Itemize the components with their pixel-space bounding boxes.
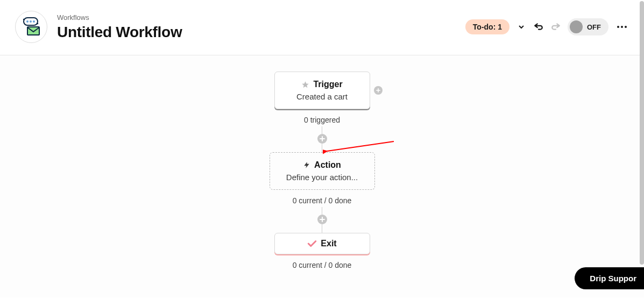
workflow-flow: Trigger Created a cart 0 triggered Actio…: [270, 72, 375, 272]
svg-point-4: [23, 19, 24, 20]
title-block: Workflows Untitled Workflow: [57, 13, 182, 41]
toggle-knob: [570, 20, 583, 33]
svg-point-2: [30, 20, 32, 23]
header: Workflows Untitled Workflow To-do: 1 OFF: [0, 0, 644, 55]
trigger-desc: Created a cart: [281, 92, 363, 101]
add-step-button-1[interactable]: [317, 134, 327, 144]
exit-node[interactable]: Exit: [274, 233, 370, 254]
action-heading-text: Action: [314, 160, 341, 170]
connector-line: [322, 144, 322, 152]
chevron-down-icon[interactable]: [516, 22, 527, 32]
svg-point-3: [33, 20, 35, 23]
add-trigger-button[interactable]: [374, 86, 383, 95]
todo-badge[interactable]: To-do: 1: [465, 19, 509, 34]
trigger-stat: 0 triggered: [304, 116, 340, 124]
star-icon: [301, 81, 309, 89]
action-stat: 0 current / 0 done: [293, 196, 352, 205]
action-desc: Define your action...: [277, 173, 368, 182]
breadcrumb[interactable]: Workflows: [57, 13, 182, 22]
check-icon: [307, 240, 317, 247]
support-button[interactable]: Drip Suppor: [575, 267, 644, 289]
svg-point-1: [26, 20, 29, 23]
more-menu-icon[interactable]: [615, 24, 629, 30]
connector-line: [322, 207, 322, 215]
trigger-heading: Trigger: [281, 80, 363, 89]
connector-line: [322, 224, 322, 233]
redo-icon[interactable]: [550, 22, 561, 32]
support-label: Drip Suppor: [590, 274, 636, 283]
svg-point-5: [37, 23, 38, 24]
vertical-scrollbar[interactable]: [640, 0, 644, 299]
header-right: To-do: 1 OFF: [465, 18, 629, 35]
trigger-node[interactable]: Trigger Created a cart: [274, 72, 370, 109]
connector-line: [322, 126, 322, 134]
workflow-logo: [15, 11, 47, 43]
exit-heading: Exit: [281, 239, 363, 248]
page-title[interactable]: Untitled Workflow: [57, 24, 182, 41]
action-node[interactable]: Action Define your action...: [270, 152, 375, 190]
exit-stat: 0 current / 0 done: [293, 261, 352, 269]
bot-email-icon: [20, 17, 42, 37]
exit-heading-text: Exit: [321, 239, 336, 248]
action-heading: Action: [277, 160, 368, 170]
workflow-toggle[interactable]: OFF: [568, 18, 608, 35]
scrollbar-thumb[interactable]: [640, 1, 644, 265]
trigger-heading-text: Trigger: [313, 80, 342, 89]
add-step-button-2[interactable]: [317, 215, 327, 224]
bolt-icon: [303, 161, 310, 169]
header-left: Workflows Untitled Workflow: [15, 11, 182, 43]
workflow-canvas[interactable]: Trigger Created a cart 0 triggered Actio…: [0, 55, 644, 297]
undo-icon[interactable]: [533, 22, 544, 32]
toggle-label: OFF: [587, 23, 601, 31]
